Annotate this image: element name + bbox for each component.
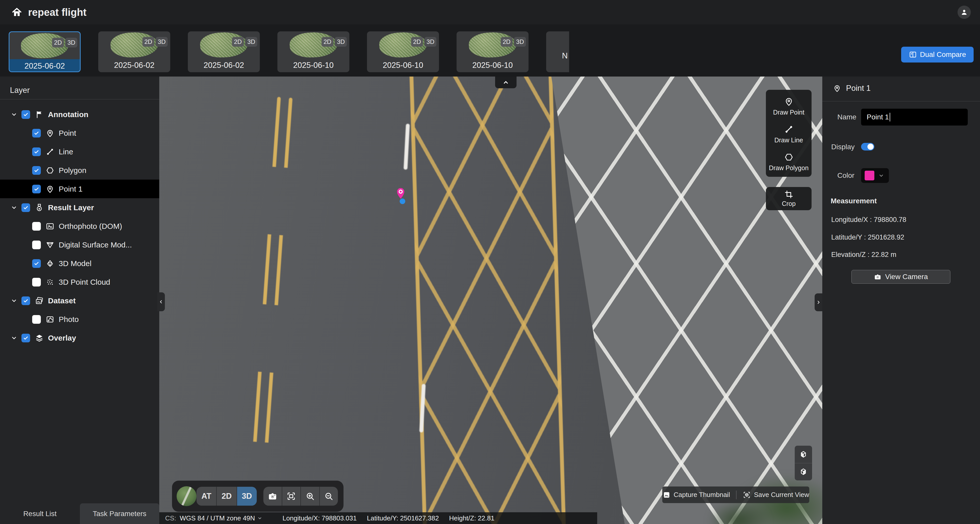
point-cloud-icon (45, 278, 55, 287)
save-current-view-label: Save Current View (754, 491, 809, 499)
collapse-strip-button[interactable] (495, 76, 517, 88)
view-cube-panel (795, 446, 812, 480)
map-viewport[interactable]: Draw Point Draw Line Draw Polygon Crop A… (159, 76, 822, 524)
view-camera-button[interactable]: View Camera (851, 270, 950, 284)
checkbox-unchecked[interactable] (32, 241, 41, 249)
badge-2d[interactable]: 2D (501, 37, 513, 47)
badge-2d[interactable]: 2D (142, 37, 154, 47)
chevron-left-icon (159, 299, 164, 304)
layer-label: Annotation (48, 110, 88, 119)
fit-view-button[interactable] (282, 487, 301, 506)
layer-label: Orthophoto (DOM) (59, 222, 122, 230)
status-latitude: Latitude/Y: 2501627.382 (367, 514, 439, 522)
map-marker-dot[interactable] (400, 198, 405, 204)
name-input[interactable]: Point 1 (861, 109, 968, 125)
layer-row-result-layer[interactable]: Result Layer (0, 198, 159, 217)
checkbox-checked[interactable] (32, 148, 41, 156)
capture-card[interactable]: 2D 3D 2025-06-10 (277, 32, 349, 72)
mode-3d[interactable]: 3D (237, 487, 257, 506)
checkbox-checked[interactable] (21, 203, 30, 212)
point-panel-header: Point 1 (833, 84, 871, 93)
home-icon[interactable] (11, 6, 22, 18)
layer-row-point-1[interactable]: Point 1 (0, 179, 159, 198)
badge-3d[interactable]: 3D (425, 37, 436, 47)
save-current-view-button[interactable]: Save Current View (743, 491, 809, 499)
layer-row-orthophoto[interactable]: Orthophoto (DOM) (0, 217, 159, 235)
badge-3d[interactable]: 3D (245, 37, 257, 47)
badge-3d[interactable]: 3D (65, 38, 77, 48)
screenshot-button[interactable] (263, 487, 282, 506)
zoom-in-button[interactable] (301, 487, 319, 506)
mode-2d[interactable]: 2D (216, 487, 236, 506)
badge-2d[interactable]: 2D (411, 37, 423, 47)
checkbox-unchecked[interactable] (32, 315, 41, 324)
checkbox-checked[interactable] (21, 297, 30, 305)
layer-row-dsm[interactable]: Digital Surface Mod... (0, 235, 159, 254)
minimap-thumbnail[interactable] (177, 486, 197, 506)
layer-row-overlay[interactable]: Overlay (0, 329, 159, 347)
status-longitude: Longitude/X: 798803.031 (283, 514, 357, 522)
chevron-down-icon (10, 297, 18, 305)
checkbox-checked[interactable] (32, 259, 41, 268)
layer-row-3d-model[interactable]: 3D Model (0, 254, 159, 273)
layer-row-3d-point-cloud[interactable]: 3D Point Cloud (0, 273, 159, 291)
capture-card-partial[interactable]: N (546, 32, 569, 72)
cube-icon (798, 449, 808, 459)
capture-card[interactable]: 2D 3D 2025-06-02 (9, 32, 81, 72)
top-bar: repeat flight (0, 0, 980, 24)
checkbox-checked[interactable] (32, 166, 41, 175)
badge-3d[interactable]: 3D (514, 37, 526, 47)
layer-row-line[interactable]: Line (0, 142, 159, 161)
badge-2d[interactable]: 2D (52, 38, 64, 48)
tab-task-parameters[interactable]: Task Parameters (80, 503, 159, 524)
collapse-left-panel-handle[interactable] (157, 292, 165, 311)
image-icon (45, 222, 55, 231)
layer-row-photo[interactable]: Photo (0, 310, 159, 329)
layer-row-dataset[interactable]: Dataset (0, 291, 159, 310)
zoom-out-button[interactable] (319, 487, 338, 506)
layer-tree: Annotation Point Line Polygon Point 1 (0, 105, 159, 347)
mode-at[interactable]: AT (197, 487, 216, 506)
capture-thumbnail-button[interactable]: Capture Thumbnail (662, 491, 730, 499)
checkbox-checked[interactable] (21, 334, 30, 342)
draw-polygon-button[interactable]: Draw Polygon (766, 152, 811, 172)
capture-card[interactable]: 2D 3D 2025-06-02 (98, 32, 170, 72)
dual-compare-button[interactable]: Dual Compare (901, 47, 974, 62)
badge-3d[interactable]: 3D (335, 37, 347, 47)
user-avatar[interactable] (958, 6, 971, 19)
checkbox-checked[interactable] (21, 110, 30, 119)
checkbox-unchecked[interactable] (32, 222, 41, 230)
capture-card[interactable]: 2D 3D 2025-06-02 (188, 32, 260, 72)
color-picker[interactable] (861, 168, 889, 183)
layer-row-point[interactable]: Point (0, 124, 159, 142)
cs-selector[interactable]: WGS 84 / UTM zone 49N (180, 514, 255, 522)
capture-date: 2025-06-10 (367, 59, 439, 72)
tab-result-list[interactable]: Result List (0, 503, 80, 524)
chevron-down-icon (10, 111, 18, 118)
layer-row-polygon[interactable]: Polygon (0, 161, 159, 179)
cube-view-button[interactable] (795, 463, 812, 481)
pin-icon (784, 97, 794, 106)
badge-2d[interactable]: 2D (232, 37, 244, 47)
layer-row-annotation[interactable]: Annotation (0, 105, 159, 124)
checkbox-checked[interactable] (32, 129, 41, 138)
draw-toolbar: Draw Point Draw Line Draw Polygon (766, 90, 811, 177)
draw-point-button[interactable]: Draw Point (766, 97, 811, 116)
photos-stack-icon (35, 296, 44, 305)
crop-button[interactable]: Crop (766, 187, 811, 210)
flag-icon (35, 110, 44, 119)
checkbox-unchecked[interactable] (32, 278, 41, 286)
cube-view-button[interactable] (795, 446, 812, 463)
display-toggle[interactable] (861, 143, 874, 151)
checkbox-checked[interactable] (32, 185, 41, 194)
badge-3d[interactable]: 3D (156, 37, 168, 47)
capture-card[interactable]: 2D 3D 2025-06-10 (367, 32, 439, 72)
badge-2d[interactable]: 2D (321, 37, 334, 47)
map-marker-pin[interactable] (396, 187, 405, 200)
chevron-down-icon[interactable] (257, 515, 262, 521)
crop-icon (784, 190, 794, 199)
draw-line-button[interactable]: Draw Line (766, 124, 811, 144)
collapse-right-panel-handle[interactable] (815, 294, 822, 311)
capture-card[interactable]: 2D 3D 2025-06-10 (457, 32, 528, 72)
chevron-up-icon (502, 79, 510, 86)
